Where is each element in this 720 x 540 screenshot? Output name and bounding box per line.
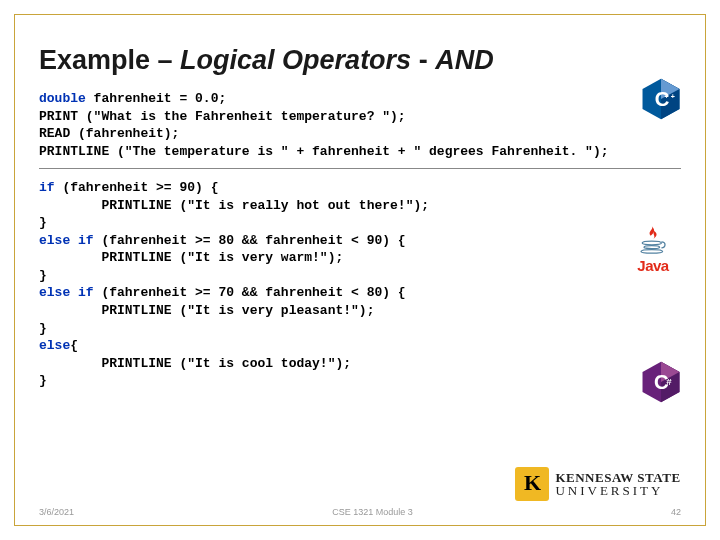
svg-text:+: + [665, 93, 669, 100]
title-text-1: Example – [39, 45, 180, 75]
slide-title: Example – Logical Operators - AND [15, 15, 705, 90]
svg-point-8 [641, 250, 663, 254]
keyword-elseif-1: else if [39, 233, 94, 248]
cpp-logo-icon: C + + [639, 77, 683, 121]
csharp-logo-icon: C # [639, 360, 683, 404]
title-italic-2: AND [435, 45, 494, 75]
keyword-double: double [39, 91, 86, 106]
svg-point-6 [642, 241, 661, 245]
java-logo-text: Java [637, 257, 668, 274]
title-italic-1: Logical Operators [180, 45, 411, 75]
ksu-line-2: UNIVERSITY [555, 484, 680, 497]
footer: 3/6/2021 CSE 1321 Module 3 42 [39, 507, 681, 517]
keyword-elseif-2: else if [39, 285, 94, 300]
divider [39, 168, 681, 169]
footer-date: 3/6/2021 [39, 507, 74, 517]
kennesaw-state-logo: KENNESAW STATE UNIVERSITY [513, 467, 683, 501]
footer-page-number: 42 [671, 507, 681, 517]
title-text-2: - [411, 45, 435, 75]
code-block-bottom: if (fahrenheit >= 90) { PRINTLINE ("It i… [15, 179, 705, 390]
keyword-if: if [39, 180, 55, 195]
ksu-text: KENNESAW STATE UNIVERSITY [555, 471, 680, 497]
footer-course: CSE 1321 Module 3 [332, 507, 413, 517]
svg-text:+: + [671, 93, 675, 100]
slide-frame: Example – Logical Operators - AND double… [14, 14, 706, 526]
java-logo-icon: Java [623, 225, 683, 274]
svg-point-7 [644, 246, 660, 249]
svg-text:#: # [666, 376, 672, 387]
ksu-seal-icon [515, 467, 549, 501]
keyword-else: else [39, 338, 70, 353]
code-block-top: double fahrenheit = 0.0; PRINT ("What is… [15, 90, 705, 160]
